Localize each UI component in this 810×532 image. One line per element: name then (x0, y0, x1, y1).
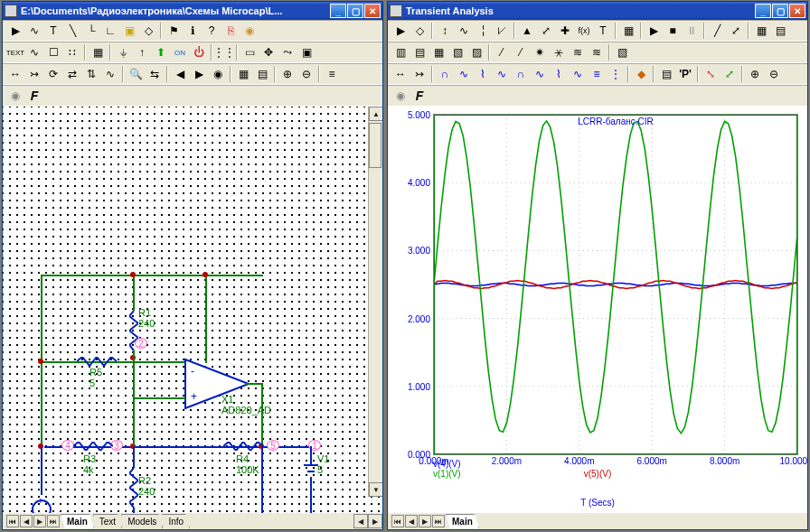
tab-prev-btn[interactable]: ◀ (405, 515, 418, 527)
minimize-button[interactable]: _ (330, 4, 346, 18)
find-btn[interactable]: 🔍 (127, 65, 145, 83)
group-btn[interactable]: ▦ (234, 65, 252, 83)
pause-btn[interactable]: ⏸ (683, 22, 701, 40)
tab-next-btn[interactable]: ▶ (33, 515, 46, 527)
scroll-thumb[interactable] (369, 123, 381, 168)
rotate-btn[interactable]: ⟳ (44, 65, 62, 83)
text-tool[interactable]: T (44, 22, 62, 40)
f-icon[interactable]: F (410, 87, 429, 105)
w8-btn[interactable]: ∿ (569, 65, 587, 83)
zoom-in-btn[interactable]: ⊕ (278, 65, 297, 83)
w7-btn[interactable]: ⌇ (550, 65, 568, 83)
maximize-button[interactable]: ▢ (772, 4, 788, 18)
tab-text[interactable]: Text (93, 514, 122, 528)
tab-first-btn[interactable]: ⏮ (6, 515, 19, 527)
maximize-button[interactable]: ▢ (347, 4, 363, 18)
region-btn[interactable]: ▣ (297, 43, 316, 61)
line-tool[interactable]: ╲ (63, 22, 81, 40)
w2-btn[interactable]: ∿ (455, 65, 473, 83)
mark2-btn[interactable]: ✚ (556, 22, 574, 40)
layout3-btn[interactable]: ▦ (429, 43, 447, 61)
hscroll-right-btn[interactable]: ▶ (368, 514, 382, 528)
l2-btn[interactable]: ⤢ (727, 22, 745, 40)
w5-btn[interactable]: ∩ (512, 65, 530, 83)
schematic-titlebar[interactable]: E:\Documents\Радиоэлектроника\Схемы Micr… (3, 2, 382, 20)
p-btn[interactable]: 'P' (676, 65, 694, 83)
hshrink-btn[interactable]: ↣ (410, 65, 429, 83)
schematic-canvas[interactable]: R1 240 2 R5 5 - + X1 AD820_AD 4 (3, 107, 382, 513)
on-btn[interactable]: ON (171, 43, 189, 61)
zoom-out-btn[interactable]: ⊖ (297, 65, 316, 83)
schematic-vscroll[interactable]: ▲ ▼ (368, 107, 382, 497)
text-btn[interactable]: T (594, 22, 612, 40)
bus-tool[interactable]: └ (82, 22, 100, 40)
paste-tool[interactable]: ◉ (240, 22, 259, 40)
zz-btn[interactable]: ≋ (569, 43, 587, 61)
flip-btn[interactable]: ⇅ (82, 65, 100, 83)
copy-tool[interactable]: ⎘ (221, 22, 240, 40)
tab-main[interactable]: Main (446, 514, 479, 528)
grid-btn[interactable]: ⋮⋮ (215, 43, 233, 61)
mirror-btn[interactable]: ⇄ (63, 65, 81, 83)
shape-tool[interactable]: ◇ (139, 22, 157, 40)
nav-left-btn[interactable]: ◀ (171, 65, 189, 83)
nav-right-btn[interactable]: ▶ (190, 65, 208, 83)
layout1-btn[interactable]: ▥ (391, 43, 410, 61)
peak-btn[interactable]: ▲ (518, 22, 536, 40)
analysis-titlebar[interactable]: Transient Analysis _ ▢ ✕ (388, 2, 807, 20)
src-btn[interactable]: ⬆ (152, 43, 170, 61)
slope2-btn[interactable]: ∕ (512, 43, 530, 61)
info-tool[interactable]: ℹ (184, 22, 202, 40)
layout4-btn[interactable]: ▧ (448, 43, 466, 61)
list-btn[interactable]: ▤ (657, 65, 675, 83)
box-btn[interactable]: ☐ (44, 43, 62, 61)
component-tool[interactable]: ▣ (120, 22, 138, 40)
tab-last-btn[interactable]: ⏭ (47, 515, 60, 527)
slope-btn[interactable]: ∕ (493, 43, 511, 61)
cursor-btn[interactable]: ╎ (474, 22, 492, 40)
valley-btn[interactable]: ⩗ (493, 22, 511, 40)
f-icon[interactable]: F (25, 87, 43, 105)
close-button[interactable]: ✕ (364, 4, 381, 18)
flag-tool[interactable]: ⚑ (165, 22, 183, 40)
scroll-up-btn[interactable]: ▲ (369, 107, 382, 121)
zoom-in-btn2[interactable]: ⊕ (746, 65, 764, 83)
marker-btn[interactable]: ◆ (632, 65, 650, 83)
layout5-btn[interactable]: ▨ (467, 43, 485, 61)
nav-stop-btn[interactable]: ◉ (209, 65, 227, 83)
layers-btn[interactable]: ▧ (613, 43, 631, 61)
snap-btn[interactable]: ∷ (63, 43, 81, 61)
text-mode-btn[interactable]: TEXT (6, 43, 24, 61)
w1-btn[interactable]: ∩ (436, 65, 454, 83)
l1-btn[interactable]: ╱ (708, 22, 726, 40)
table-btn[interactable]: ▦ (619, 22, 637, 40)
select-tool[interactable]: ▶ (6, 22, 24, 40)
hstretch-btn[interactable]: ↔ (391, 65, 410, 83)
ax2-btn[interactable]: ⤢ (721, 65, 739, 83)
scale1-btn[interactable]: ↕ (436, 22, 454, 40)
replace-btn[interactable]: ⇆ (146, 65, 164, 83)
probe-tool[interactable]: ◇ (410, 22, 429, 40)
w6-btn[interactable]: ∿ (531, 65, 549, 83)
layout2-btn[interactable]: ▤ (410, 43, 429, 61)
w4-btn[interactable]: ∿ (493, 65, 511, 83)
star2-btn[interactable]: ⚹ (550, 43, 568, 61)
tab-next-btn[interactable]: ▶ (419, 515, 431, 527)
stop-btn[interactable]: ■ (664, 22, 682, 40)
w9-btn[interactable]: ≡ (588, 65, 606, 83)
border-btn[interactable]: ▭ (240, 43, 259, 61)
collapse-btn[interactable]: ↣ (25, 65, 43, 83)
w3-btn[interactable]: ⌇ (474, 65, 492, 83)
chart-canvas[interactable]: LCRR-баланс.CIR 0.0001.0002.0003.0004.00… (388, 107, 807, 513)
globe-icon[interactable]: ◉ (391, 87, 410, 105)
fx-btn[interactable]: f(x) (575, 22, 593, 40)
g2-btn[interactable]: ▤ (771, 22, 789, 40)
tab-last-btn[interactable]: ⏭ (432, 515, 445, 527)
tab-prev-btn[interactable]: ◀ (20, 515, 33, 527)
wave-btn[interactable]: ∿ (25, 43, 43, 61)
tab-models[interactable]: Models (121, 514, 163, 528)
zoom-out-btn2[interactable]: ⊖ (765, 65, 783, 83)
layer-btn[interactable]: ▦ (89, 43, 107, 61)
off-btn[interactable]: ⏻ (190, 43, 208, 61)
w10-btn[interactable]: ⋮ (607, 65, 625, 83)
